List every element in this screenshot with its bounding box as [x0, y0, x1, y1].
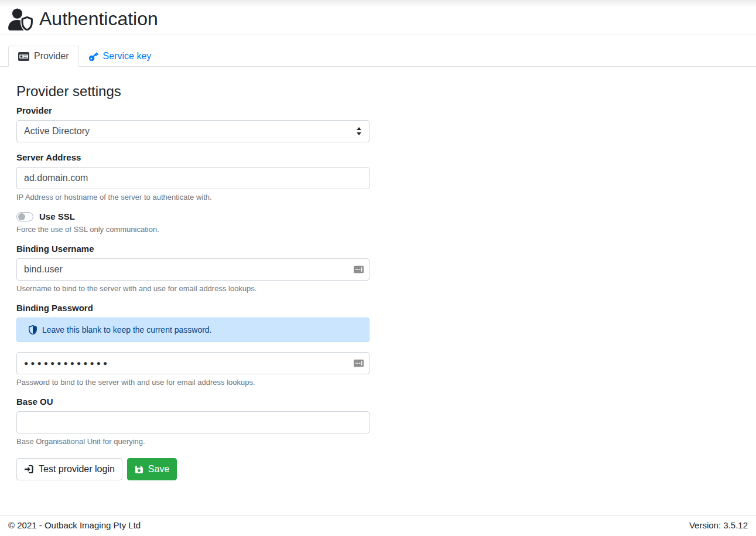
binding-username-help: Username to bind to the server with and … — [16, 284, 370, 293]
provider-label: Provider — [16, 105, 370, 115]
use-ssl-group: Use SSL Force the use of SSL only commun… — [16, 211, 370, 234]
binding-password-help: Password to bind to the server with and … — [16, 378, 370, 387]
section-heading: Provider settings — [16, 83, 740, 100]
password-alert-text: Leave this blank to keep the current pas… — [42, 325, 212, 334]
tab-service-key-label: Service key — [103, 51, 152, 62]
provider-select[interactable]: Active Directory — [16, 120, 370, 142]
password-masked-value: ●●●●●●●●●●●●● — [24, 359, 110, 367]
binding-username-input[interactable] — [16, 258, 370, 281]
tab-provider-label: Provider — [34, 51, 69, 62]
save-button[interactable]: Save — [127, 458, 177, 480]
version-text: Version: 3.5.12 — [689, 520, 748, 530]
key-icon — [89, 52, 98, 61]
server-address-help: IP Address or hostname of the server to … — [16, 193, 370, 202]
provider-settings-panel: Provider settings Provider Active Direct… — [0, 67, 756, 480]
form-actions: Test provider login Save — [16, 458, 740, 480]
server-address-input[interactable] — [16, 167, 370, 189]
test-provider-login-label: Test provider login — [39, 464, 115, 474]
save-icon — [135, 465, 143, 474]
use-ssl-label: Use SSL — [39, 211, 75, 221]
shield-icon — [29, 325, 37, 334]
password-manager-icon[interactable] — [354, 360, 364, 367]
binding-password-group: Binding Password Leave this blank to kee… — [16, 303, 370, 387]
user-shield-icon — [7, 8, 33, 30]
tab-bar: Provider Service key — [0, 35, 756, 67]
provider-field-group: Provider Active Directory — [16, 105, 370, 142]
tab-service-key[interactable]: Service key — [79, 46, 162, 67]
use-ssl-toggle[interactable] — [16, 212, 33, 221]
server-address-group: Server Address IP Address or hostname of… — [16, 152, 370, 202]
copyright-text: © 2021 - Outback Imaging Pty Ltd — [8, 520, 141, 530]
binding-username-group: Binding Username Username to bind to the… — [16, 244, 370, 293]
use-ssl-help: Force the use of SSL only communication. — [16, 225, 370, 234]
id-card-icon — [18, 52, 29, 61]
base-ou-input[interactable] — [16, 411, 370, 433]
sign-in-icon — [24, 465, 34, 474]
page-header: Authentication — [0, 0, 756, 35]
base-ou-help: Base Organisational Unit for querying. — [16, 437, 370, 446]
password-info-alert: Leave this blank to keep the current pas… — [16, 317, 370, 342]
page-title: Authentication — [39, 8, 158, 30]
save-button-label: Save — [148, 464, 169, 474]
page-footer: © 2021 - Outback Imaging Pty Ltd Version… — [0, 515, 756, 536]
provider-select-value: Active Directory — [24, 126, 90, 136]
base-ou-group: Base OU Base Organisational Unit for que… — [16, 397, 370, 446]
binding-password-label: Binding Password — [16, 303, 370, 313]
server-address-label: Server Address — [16, 152, 370, 162]
binding-password-input[interactable]: ●●●●●●●●●●●●● — [16, 352, 370, 374]
base-ou-label: Base OU — [16, 397, 370, 407]
tab-provider[interactable]: Provider — [8, 46, 79, 67]
select-arrows-icon — [356, 127, 362, 135]
test-provider-login-button[interactable]: Test provider login — [16, 458, 122, 480]
binding-username-label: Binding Username — [16, 244, 370, 254]
toggle-knob — [18, 213, 25, 220]
password-manager-icon[interactable] — [354, 266, 364, 274]
